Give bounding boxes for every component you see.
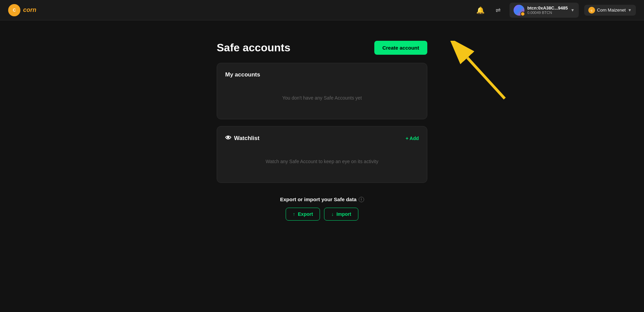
my-accounts-card-header: My accounts xyxy=(225,71,419,78)
watchlist-card: 👁 Watchlist + Add Watch any Safe Account… xyxy=(217,126,427,183)
svg-line-5 xyxy=(467,58,505,99)
export-icon: ↑ xyxy=(293,211,295,217)
svg-text:C: C xyxy=(591,9,593,12)
page-header: Safe accounts Create account xyxy=(217,41,427,55)
account-selector[interactable]: btcn:0xA38C...9485 0.00049 BTCN ▼ xyxy=(509,3,578,18)
activity-icon: ⇌ xyxy=(496,6,501,14)
watchlist-card-header: 👁 Watchlist + Add xyxy=(225,135,419,142)
my-accounts-card: My accounts You don't have any Safe Acco… xyxy=(217,63,427,119)
network-chevron-icon: ▼ xyxy=(628,8,632,13)
account-info: btcn:0xA38C...9485 0.00049 BTCN xyxy=(527,5,568,15)
account-avatar xyxy=(514,5,524,16)
import-button[interactable]: ↓ Import xyxy=(324,208,358,221)
arrow-annotation xyxy=(447,41,515,103)
export-import-buttons: ↑ Export ↓ Import xyxy=(286,208,358,221)
account-chevron-icon: ▼ xyxy=(571,8,575,13)
header-actions: 🔔 ⇌ btcn:0xA38C...9485 0.00049 BTCN ▼ C … xyxy=(474,3,636,18)
main-content: Safe accounts Create account My accounts… xyxy=(0,20,644,234)
network-selector[interactable]: C Corn Maizenet ▼ xyxy=(584,5,636,16)
export-import-title: Export or import your Safe data i xyxy=(280,196,364,202)
activity-button[interactable]: ⇌ xyxy=(492,4,504,16)
page-title: Safe accounts xyxy=(217,41,290,54)
info-icon[interactable]: i xyxy=(359,197,364,202)
export-import-section: Export or import your Safe data i ↑ Expo… xyxy=(280,196,364,221)
network-icon: C xyxy=(588,7,595,14)
notifications-button[interactable]: 🔔 xyxy=(474,4,486,16)
watchlist-empty-text: Watch any Safe Account to keep an eye on… xyxy=(225,149,419,174)
svg-text:C: C xyxy=(13,8,16,13)
logo-icon: C xyxy=(8,4,20,16)
account-balance: 0.00049 BTCN xyxy=(527,11,568,15)
my-accounts-title: My accounts xyxy=(225,71,260,78)
account-name: btcn:0xA38C...9485 xyxy=(527,5,568,11)
network-name: Corn Maizenet xyxy=(597,7,626,13)
create-account-button[interactable]: Create account xyxy=(374,41,427,55)
logo-area: C corn xyxy=(8,4,36,16)
logo-text: corn xyxy=(23,6,36,14)
eye-icon: 👁 xyxy=(225,135,231,142)
header: C corn 🔔 ⇌ btcn:0xA38C...9485 0.00049 BT… xyxy=(0,0,644,20)
watchlist-add-button[interactable]: + Add xyxy=(406,136,419,141)
my-accounts-empty-text: You don't have any Safe Accounts yet xyxy=(225,85,419,111)
network-avatar-mini xyxy=(520,12,525,16)
watchlist-title: 👁 Watchlist xyxy=(225,135,260,142)
import-icon: ↓ xyxy=(331,211,334,217)
bell-icon: 🔔 xyxy=(476,6,485,14)
export-button[interactable]: ↑ Export xyxy=(286,208,320,221)
